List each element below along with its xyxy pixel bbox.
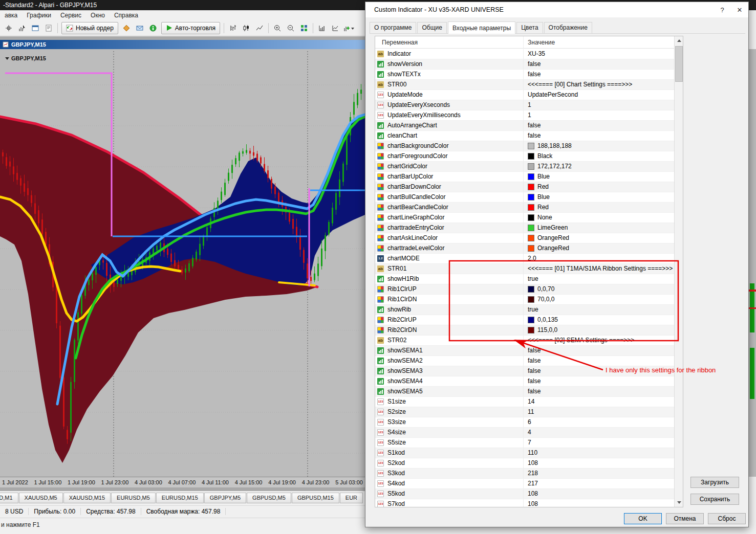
menu-item-2[interactable]: Сервис — [56, 11, 86, 20]
chart-tab-EURUSD,M15[interactable]: EURUSD,M15 — [156, 493, 204, 503]
chart-window-icon[interactable] — [29, 22, 42, 34]
help-button[interactable]: ? — [714, 2, 731, 17]
candlestick-icon[interactable] — [240, 22, 253, 34]
param-row-charttradeEntryColor[interactable]: charttradeEntryColorLimeGreen — [375, 223, 674, 233]
chart-tab-USD,M1[interactable]: USD,M1 — [0, 493, 18, 503]
chart-tab-EUR[interactable]: EUR — [340, 493, 363, 503]
param-row-showSEMA1[interactable]: showSEMA1false — [375, 346, 674, 356]
chart-tab-XAUUSD,M5[interactable]: XAUUSD,M5 — [19, 493, 63, 503]
param-row-chartGridColor[interactable]: chartGridColor172,172,172 — [375, 162, 674, 172]
reset-button[interactable]: Сброс — [708, 513, 746, 524]
param-row-STR01[interactable]: abSTR01<<<==== [01] T1MA/S1MA Ribbon Set… — [375, 264, 674, 274]
param-row-Indicator[interactable]: abIndicatorXU-35 — [375, 49, 674, 59]
chart-tab-GBPJPY,M5[interactable]: GBPJPY,M5 — [204, 493, 246, 503]
zoom-out-icon[interactable] — [284, 22, 297, 34]
line-chart-icon[interactable] — [253, 22, 266, 34]
param-row-showRib[interactable]: showRibtrue — [375, 305, 674, 315]
param-row-AutoArrangeChart[interactable]: AutoArrangeChartfalse — [375, 121, 674, 131]
param-row-chartBarUpColor[interactable]: chartBarUpColorBlue — [375, 172, 674, 182]
param-row-Rib2ClrDN[interactable]: Rib2ClrDN115,0,0 — [375, 325, 674, 336]
dialog-titlebar[interactable]: Custom Indicator - XU v35-XARD UNIVERSE … — [365, 2, 748, 17]
param-row-Rib1ClrDN[interactable]: Rib1ClrDN70,0,0 — [375, 295, 674, 305]
auto-trading-button[interactable]: Авто-торговля — [161, 22, 220, 34]
tab-4[interactable]: Отображение — [544, 22, 592, 33]
param-row-S2kod[interactable]: 123S2kod108 — [375, 458, 674, 469]
param-row-chartMODE[interactable]: 1.2chartMODE2.0 — [375, 254, 674, 264]
tab-1[interactable]: Общие — [417, 22, 446, 33]
param-row-chartBullCandleColor[interactable]: chartBullCandleColorBlue — [375, 192, 674, 203]
scrollbar-thumb[interactable] — [675, 46, 683, 82]
info-icon[interactable] — [146, 22, 160, 34]
crosshair-icon[interactable] — [2, 22, 15, 34]
mail-icon[interactable] — [133, 22, 146, 34]
tab-0[interactable]: О программе — [370, 22, 416, 33]
param-row-S4size[interactable]: 123S4size4 — [375, 428, 674, 438]
zoom-in-icon[interactable] — [271, 22, 284, 34]
alert-icon[interactable] — [120, 22, 133, 34]
time-axis[interactable]: 1 Jul 20221 Jul 15:001 Jul 19:001 Jul 23… — [0, 477, 365, 487]
param-row-S1kod[interactable]: 123S1kod110 — [375, 448, 674, 458]
param-row-chartLineGraphColor[interactable]: chartLineGraphColorNone — [375, 213, 674, 223]
param-row-chartForegroundColor[interactable]: chartForegroundColorBlack — [375, 151, 674, 162]
param-row-S3kod[interactable]: 123S3kod218 — [375, 469, 674, 479]
param-row-showSEMA2[interactable]: showSEMA2false — [375, 356, 674, 366]
bar-chart-icon[interactable] — [226, 22, 240, 34]
param-row-UpdateEveryXmilliseconds[interactable]: 123UpdateEveryXmilliseconds1 — [375, 110, 674, 121]
tab-3[interactable]: Цвета — [516, 22, 543, 33]
param-row-showSEMA4[interactable]: showSEMA4false — [375, 376, 674, 387]
save-button[interactable]: Сохранить — [690, 494, 739, 505]
param-row-UpdateMode[interactable]: 123UpdateModeUpdatePerSecond — [375, 90, 674, 100]
param-row-chartBearCandleColor[interactable]: chartBearCandleColorRed — [375, 203, 674, 213]
param-row-showTEXTx[interactable]: showTEXTxfalse — [375, 70, 674, 80]
param-row-S5kod[interactable]: 123S5kod108 — [375, 489, 674, 499]
param-row-UpdateEveryXseconds[interactable]: 123UpdateEveryXseconds1 — [375, 100, 674, 110]
chart-tab-GBPUSD,M5[interactable]: GBPUSD,M5 — [247, 493, 291, 503]
param-row-showVersion[interactable]: showVersionfalse — [375, 59, 674, 70]
menu-item-0[interactable]: авка — [0, 11, 22, 20]
param-row-chartBackgroundColor[interactable]: chartBackgroundColor188,188,188 — [375, 141, 674, 151]
param-value-text: 1 — [528, 110, 531, 120]
menu-item-1[interactable]: Графики — [22, 11, 56, 20]
param-row-STR02[interactable]: abSTR02<<<==== [02] SEMA Settings ====>>… — [375, 336, 674, 346]
param-row-showSEMA5[interactable]: showSEMA5false — [375, 387, 674, 397]
scroll-up-icon[interactable] — [675, 36, 683, 45]
chart-symbol-label[interactable]: GBPJPY,M15 — [5, 55, 46, 61]
param-row-chartBarDownColor[interactable]: chartBarDownColorRed — [375, 182, 674, 192]
param-value: 218 — [524, 469, 674, 478]
param-row-S5size[interactable]: 123S5size7 — [375, 438, 674, 448]
chart-tab-GBPUSD,M15[interactable]: GBPUSD,M15 — [292, 493, 339, 503]
chart-canvas[interactable]: GBPJPY,M15 — [0, 49, 365, 477]
chart-tab-XAUUSD,M15[interactable]: XAUUSD,M15 — [63, 493, 111, 503]
add-indicator-icon[interactable] — [342, 22, 355, 34]
tick-chart-icon[interactable] — [329, 22, 342, 34]
scroll-down-icon[interactable] — [675, 498, 683, 507]
param-row-S4kod[interactable]: 123S4kod217 — [375, 479, 674, 489]
param-row-cleanChart[interactable]: cleanChartfalse — [375, 131, 674, 141]
param-row-showSEMA3[interactable]: showSEMA3false — [375, 366, 674, 376]
param-row-Rib1ClrUP[interactable]: Rib1ClrUP0,0,70 — [375, 284, 674, 295]
vertical-scrollbar[interactable] — [674, 36, 683, 507]
close-icon[interactable]: ✕ — [731, 2, 748, 17]
new-order-button[interactable]: Новый ордер — [61, 22, 118, 34]
param-row-chartAskLineColor[interactable]: chartAskLineColorOrangeRed — [375, 233, 674, 243]
tab-2[interactable]: Входные параметры — [448, 21, 515, 34]
param-row-S3size[interactable]: 123S3size6 — [375, 417, 674, 428]
param-row-S7kod[interactable]: 123S7kod108 — [375, 499, 674, 507]
param-row-S2size[interactable]: 123S2size11 — [375, 407, 674, 417]
chart-window-titlebar[interactable]: GBPJPY,M15 — [0, 40, 365, 49]
template-icon[interactable] — [42, 22, 55, 34]
param-row-STR00[interactable]: abSTR00<<<==== [00] Chart Settings ====>… — [375, 80, 674, 90]
cursor-chart-icon[interactable] — [15, 22, 29, 34]
param-row-Rib2ClrUP[interactable]: Rib2ClrUP0,0,135 — [375, 315, 674, 325]
tile-windows-icon[interactable] — [297, 22, 311, 34]
param-row-charttradeLevelColor[interactable]: charttradeLevelColorOrangeRed — [375, 243, 674, 254]
arrange-charts-icon[interactable] — [315, 22, 329, 34]
ok-button[interactable]: OK — [624, 513, 662, 524]
cancel-button[interactable]: Отмена — [666, 513, 704, 524]
param-row-S1size[interactable]: 123S1size14 — [375, 397, 674, 407]
param-row-showH1Rib[interactable]: showH1Ribtrue — [375, 274, 674, 284]
menu-item-4[interactable]: Справка — [110, 11, 143, 20]
chart-tab-EURUSD,M5[interactable]: EURUSD,M5 — [111, 493, 156, 503]
load-button[interactable]: Загрузить — [690, 477, 739, 488]
menu-item-3[interactable]: Окно — [86, 11, 110, 20]
